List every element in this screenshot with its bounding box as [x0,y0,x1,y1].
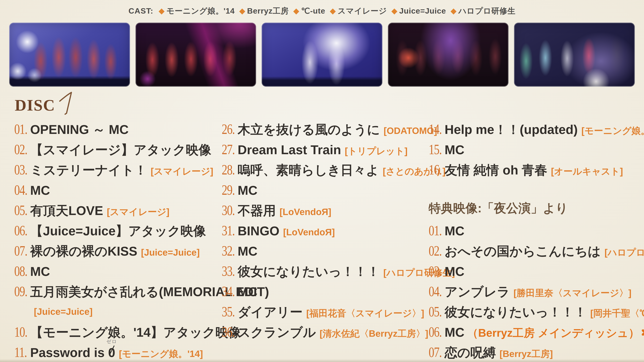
track-row: 15.MC [429,139,464,160]
track-cast: [モーニング娘。'14] [119,349,203,359]
track-title: 嗚呼、素晴らしき日々よ [238,163,379,177]
track-line: 02.おへその国からこんにちは[ハロプロ研修生] [429,241,644,261]
track-cast: [ハロプロ研修生] [604,247,644,258]
track-cast: [オールキャスト] [551,166,623,176]
booklet-page: CAST:◆モーニング娘。'14◆Berryz工房◆℃-ute◆スマイレージ◆J… [0,0,644,362]
track-number: 01. [429,220,442,241]
track-title: Help me！！(updated) [444,122,578,137]
track-cast: [岡井千聖〈℃-ute〉] [590,308,644,319]
track-cast: [スマイレージ] [150,166,213,176]
track-row: 08.MC [14,261,50,281]
track-number: 02. [14,139,27,160]
track-number: 32. [222,241,234,261]
track-row: 36.スクランブル[清水佐紀〈Berryz工房〉] [222,322,428,342]
track-title: 彼女になりたいっ！！！ [444,305,587,319]
track-title: ダイアリー [238,305,302,319]
track-line: 28.嗚呼、素晴らしき日々よ[さとのあかり] [222,160,446,180]
track-row: 29.MC [222,180,258,200]
track-row: 02.おへその国からこんにちは[ハロプロ研修生] [429,241,644,261]
track-line: 01.OPENING ～ MC [14,119,129,139]
track-title: Dream Last Train [238,143,341,157]
track-cast: [LoVendoЯ] [280,207,331,217]
track-title: 裸の裸の裸のKISS [30,244,137,258]
track-number: 07. [14,241,27,261]
track-number: 04. [429,281,442,302]
track-line: 06.MC（Berryz工房 メインディッシュ） [429,322,644,342]
track-line: 26.木立を抜ける風のように[ODATOMO] [222,119,437,139]
track-row: 30.不器用[LoVendoЯ] [222,200,331,220]
track-row: 05.有頂天LOVE[スマイレージ] [14,200,170,220]
track-number: 36. [222,322,234,342]
track-number: 14. [429,119,442,139]
track-row: 26.木立を抜ける風のように[ODATOMO] [222,119,437,139]
track-line: 05.彼女になりたいっ！！！[岡井千聖〈℃-ute〉] [429,302,644,322]
track-row: 04.MC [14,180,50,200]
track-number: 26. [222,119,234,139]
track-cast: [モーニング娘。'14] [582,125,644,136]
track-line: 01.MC [429,220,464,241]
track-line: 07.裸の裸の裸のKISS[Juice=Juice] [14,241,200,261]
track-row: 05.彼女になりたいっ！！！[岡井千聖〈℃-ute〉] [429,302,644,322]
track-line: 31.BINGO[LoVendoЯ] [222,220,335,241]
track-title: MC [30,183,50,197]
track-number: 01. [14,119,27,139]
track-line: 05.有頂天LOVE[スマイレージ] [14,200,170,220]
track-cast: [Berryz工房] [500,349,553,359]
track-title: MC [444,325,464,339]
track-line: 30.不器用[LoVendoЯ] [222,200,331,220]
track-line: 33.彼女になりたいっ！！！[ハロプロ研修生] [222,261,455,281]
track-line: 16.友情 純情 oh 青春[オールキャスト] [429,160,623,180]
track-line: 06.【Juice=Juice】アタック映像 [14,220,206,241]
track-title: MC [238,285,258,299]
tracklist-column-1: 01.OPENING ～ MC02.【スマイレージ】アタック映像03.ミステリー… [14,0,222,362]
track-row: 06.【Juice=Juice】アタック映像 [14,220,206,241]
track-title: ミステリーナイト！ [30,163,147,177]
track-number: 08. [14,261,27,281]
track-title: 【Juice=Juice】アタック映像 [30,224,206,238]
track-title: 不器用 [238,203,276,218]
track-line: 02.【スマイレージ】アタック映像 [14,139,211,160]
track-number: 15. [429,139,442,160]
track-title: MC [30,264,50,279]
track-row: 14.Help me！！(updated)[モーニング娘。'14] [429,119,644,139]
track-number: 03. [14,160,27,180]
track-line: 08.MC [14,261,50,281]
track-number: 33. [222,261,234,281]
track-row: 10.【モーニング娘。'14】アタック映像 [14,322,241,342]
track-number: 02. [429,241,442,261]
track-number: 09. [14,281,27,302]
track-number: 27. [222,139,234,160]
track-number: 31. [222,220,234,241]
track-cast: [福田花音〈スマイレージ〉] [306,308,424,319]
track-line: 34.MC [222,281,258,302]
track-cast: [LoVendoЯ] [283,227,335,237]
track-line: 29.MC [222,180,258,200]
track-note: （Berryz工房 メインディッシュ） [467,327,640,339]
track-row: 28.嗚呼、素晴らしき日々よ[さとのあかり] [222,160,446,180]
track-row: 32.MC [222,241,258,261]
track-cast: [スマイレージ] [107,207,170,217]
track-line: 14.Help me！！(updated)[モーニング娘。'14] [429,119,644,139]
track-title: MC [238,183,258,197]
track-title: OPENING ～ MC [30,122,129,137]
track-row: 33.彼女になりたいっ！！！[ハロプロ研修生] [222,261,455,281]
track-row: 03.MC [429,261,464,281]
florette-icon [641,327,644,338]
track-line: 35.ダイアリー[福田花音〈スマイレージ〉] [222,302,424,322]
page-edge-shadow [0,359,644,362]
track-number: 04. [14,180,27,200]
track-row: 07.裸の裸の裸のKISS[Juice=Juice] [14,241,200,261]
track-number: 35. [222,302,234,322]
track-title: MC [444,264,464,279]
track-row: 04.アンブレラ[勝田里奈〈スマイレージ〉] [429,281,632,302]
track-line: 36.スクランブル[清水佐紀〈Berryz工房〉] [222,322,428,342]
track-row: 01.MC [429,220,464,241]
track-title: 有頂天LOVE [30,203,103,218]
track-title: 【モーニング娘。'14】アタック映像 [30,325,241,339]
track-title: MC [238,244,258,258]
track-title: 友情 純情 oh 青春 [444,163,547,177]
ruby-zero: ゼロ [106,339,117,344]
track-row: 03.ミステリーナイト！[スマイレージ] [14,160,213,180]
track-number: 29. [222,180,234,200]
track-cast: [勝田里奈〈スマイレージ〉] [514,288,632,298]
